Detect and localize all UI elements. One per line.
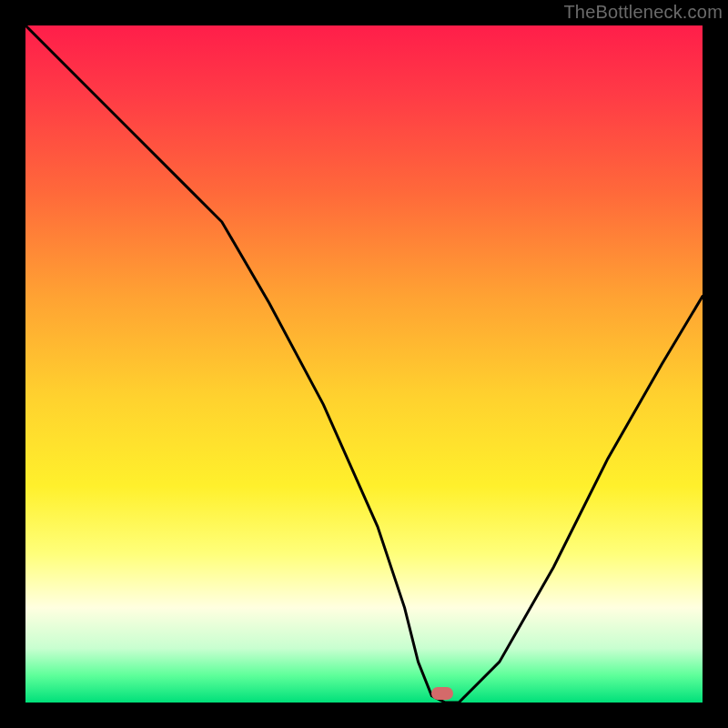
optimal-marker: [431, 687, 453, 700]
bottleneck-curve: [25, 25, 703, 703]
chart-frame: TheBottleneck.com: [0, 0, 728, 728]
plot-area: [25, 25, 703, 703]
attribution-text: TheBottleneck.com: [563, 2, 723, 23]
